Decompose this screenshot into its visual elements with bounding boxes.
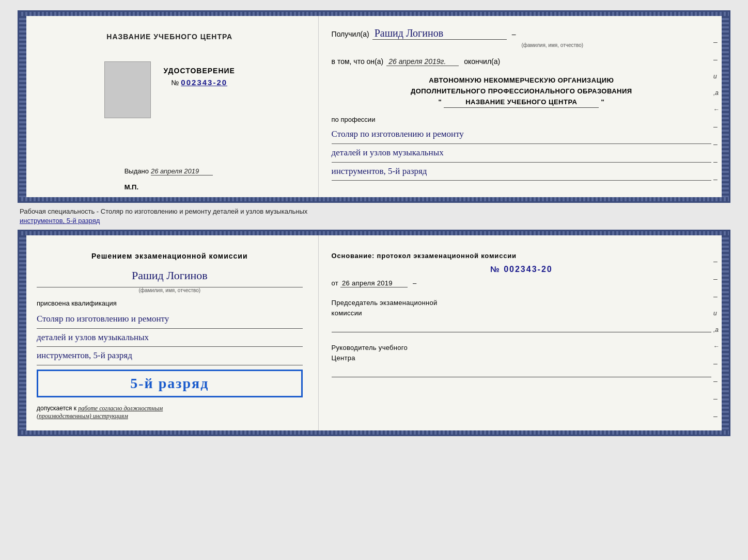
chairman-title2: комиссии bbox=[332, 308, 711, 318]
fio-label-bottom: (фамилия, имя, отчество) bbox=[37, 287, 303, 293]
qualification-line1: Столяр по изготовлению и ремонту bbox=[37, 310, 303, 329]
received-label: Получил(а) bbox=[332, 30, 369, 38]
profession-label-top: по профессии bbox=[332, 116, 711, 123]
recipient-name-top: Рашид Логинов bbox=[372, 27, 507, 40]
fio-label-top: (фамилия, имя, отчество) bbox=[394, 42, 711, 48]
protocol-number: № 002343-20 bbox=[332, 265, 711, 274]
admitted-value2: (производственным) инструкциям bbox=[37, 412, 128, 420]
chairman-block: Председатель экзаменационной комиссии bbox=[332, 298, 711, 332]
institution-name: НАЗВАНИЕ УЧЕБНОГО ЦЕНТРА bbox=[444, 97, 599, 108]
director-title2: Центра bbox=[332, 353, 711, 363]
cert-middle-section: УДОСТОВЕРЕНИЕ № 002343-20 bbox=[104, 61, 235, 126]
in-that-label: в том, что он(а) bbox=[332, 57, 384, 66]
chairman-title: Председатель экзаменационной bbox=[332, 298, 711, 308]
profession-line3-top: инструментов, 5-й разряд bbox=[332, 163, 711, 181]
admitted-label: допускается к bbox=[37, 405, 76, 412]
director-title: Руководитель учебного bbox=[332, 343, 711, 353]
protocol-block: Основание: протокол экзаменационной коми… bbox=[332, 252, 711, 377]
cert-number: 002343-20 bbox=[181, 78, 227, 87]
date-line-top: в том, что он(а) 26 апреля 2019г. окончи… bbox=[332, 57, 711, 66]
institution-line2: ДОПОЛНИТЕЛЬНОГО ПРОФЕССИОНАЛЬНОГО ОБРАЗО… bbox=[332, 86, 711, 97]
qualification-line2: деталей и узлов музыкальных bbox=[37, 329, 303, 347]
director-block: Руководитель учебного Центра bbox=[332, 343, 711, 377]
institution-quote-start: " bbox=[438, 98, 442, 106]
qualification-line3: инструментов, 5-й разряд bbox=[37, 347, 303, 365]
admitted-line: допускается к работе согласно должностны… bbox=[37, 405, 303, 420]
dash-right: – bbox=[413, 279, 417, 287]
rank-text: 5-й разряд bbox=[44, 375, 295, 392]
basis-label: Основание: протокол экзаменационной коми… bbox=[332, 252, 711, 260]
cert-number-prefix: № bbox=[171, 78, 179, 87]
profession-line1-top: Столяр по изготовлению и ремонту bbox=[332, 125, 711, 144]
bottom-right-panel: Основание: протокол экзаменационной коми… bbox=[319, 231, 722, 435]
issued-label: Выдано bbox=[124, 167, 149, 175]
right-margin-marks: – – и ,а ← – – – – – bbox=[713, 38, 722, 201]
separator-underlined: инструментов, 5-й разряд bbox=[20, 217, 100, 225]
institution-block: АВТОНОМНУЮ НЕКОММЕРЧЕСКУЮ ОРГАНИЗАЦИЮ ДО… bbox=[332, 75, 711, 108]
left-spine bbox=[19, 12, 26, 201]
rank-box: 5-й разряд bbox=[37, 370, 303, 397]
from-date-line: от 26 апреля 2019 – bbox=[332, 279, 711, 287]
bottom-document: Решением экзаменационной комиссии Рашид … bbox=[18, 230, 730, 436]
cert-label: УДОСТОВЕРЕНИЕ bbox=[164, 67, 235, 75]
institution-title-top: НАЗВАНИЕ УЧЕБНОГО ЦЕНТРА bbox=[106, 33, 232, 41]
admitted-value: работе согласно должностным bbox=[78, 405, 163, 412]
bottom-left-panel: Решением экзаменационной комиссии Рашид … bbox=[26, 231, 319, 435]
top-left-panel: НАЗВАНИЕ УЧЕБНОГО ЦЕНТРА УДОСТОВЕРЕНИЕ №… bbox=[26, 12, 319, 201]
from-label: от bbox=[332, 279, 339, 287]
person-name-bottom: Рашид Логинов bbox=[37, 265, 303, 287]
photo-box bbox=[104, 61, 151, 118]
qualification-label: присвоена квалификация bbox=[37, 299, 303, 307]
institution-quote-end: " bbox=[601, 98, 604, 106]
top-document: НАЗВАНИЕ УЧЕБНОГО ЦЕНТРА УДОСТОВЕРЕНИЕ №… bbox=[18, 10, 730, 203]
mp-label: М.П. bbox=[124, 183, 215, 191]
chairman-signature-line bbox=[332, 322, 711, 332]
profession-line2-top: деталей и узлов музыкальных bbox=[332, 144, 711, 163]
document-container: НАЗВАНИЕ УЧЕБНОГО ЦЕНТРА УДОСТОВЕРЕНИЕ №… bbox=[18, 10, 730, 436]
recipient-line: Получил(а) Рашид Логинов – bbox=[332, 27, 711, 40]
top-right-panel: Получил(а) Рашид Логинов – (фамилия, имя… bbox=[319, 12, 722, 201]
separator-text: Рабочая специальность - Столяр по изгото… bbox=[18, 203, 730, 230]
finished-label: окончил(а) bbox=[464, 57, 500, 66]
from-date-value: 26 апреля 2019 bbox=[340, 279, 408, 287]
cert-info: УДОСТОВЕРЕНИЕ № 002343-20 bbox=[164, 67, 235, 87]
left-spine-bottom bbox=[19, 231, 26, 435]
profession-block-top: по профессии Столяр по изготовлению и ре… bbox=[332, 116, 711, 181]
issued-date: 26 апреля 2019 bbox=[151, 167, 213, 175]
right-spine-top bbox=[722, 12, 729, 201]
decision-title: Решением экзаменационной комиссии bbox=[37, 252, 303, 260]
director-signature-line bbox=[332, 367, 711, 377]
issued-line: Выдано 26 апреля 2019 bbox=[124, 167, 215, 175]
qualification-block: присвоена квалификация Столяр по изготов… bbox=[37, 299, 303, 365]
date-value-top: 26 апреля 2019г. bbox=[386, 57, 459, 66]
separator-plain: Рабочая специальность - Столяр по изгото… bbox=[20, 207, 307, 215]
right-margin-marks-bottom: – – – и ,а ← – – – – – bbox=[713, 257, 722, 438]
institution-line1: АВТОНОМНУЮ НЕКОММЕРЧЕСКУЮ ОРГАНИЗАЦИЮ bbox=[332, 75, 711, 86]
institution-name-line: " НАЗВАНИЕ УЧЕБНОГО ЦЕНТРА " bbox=[332, 97, 711, 108]
right-spine-bottom bbox=[722, 231, 729, 435]
